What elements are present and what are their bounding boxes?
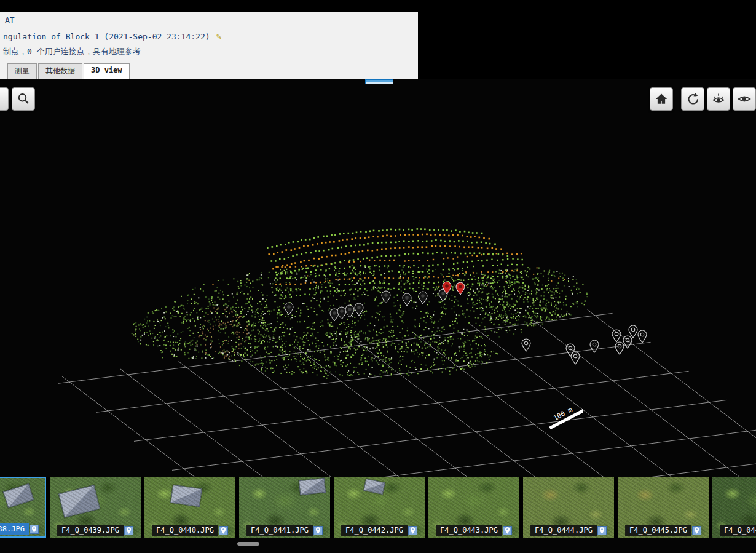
- thumbnail-label-row: F4_Q_0445.JPG: [625, 525, 701, 536]
- window-title: AT: [5, 15, 15, 25]
- map-pin-icon[interactable]: [522, 339, 530, 351]
- map-pin-icon[interactable]: [355, 303, 363, 316]
- filmstrip-item-label: F4_Q_0445.JPG: [625, 525, 691, 536]
- tab-3d-view[interactable]: 3D view: [84, 63, 130, 79]
- map-pin-icon[interactable]: [571, 352, 580, 364]
- filmstrip-item[interactable]: F4_Q_0446.JPG: [712, 477, 756, 538]
- map-pin-icon[interactable]: [403, 293, 411, 306]
- map-pin-icon[interactable]: [623, 336, 632, 348]
- location-pin-glyph: [694, 527, 699, 534]
- orbit-arrow-icon: [685, 91, 701, 107]
- thumbnail-label-row: F4_Q_0443.JPG: [436, 525, 512, 536]
- location-badge-icon: [503, 526, 512, 535]
- map-pin-icon[interactable]: [337, 307, 346, 319]
- building-roof: [3, 483, 34, 508]
- filmstrip-item[interactable]: F4_Q_0443.JPG: [428, 477, 519, 538]
- orbit-view-button[interactable]: [681, 87, 704, 111]
- application-window: AT ngulation of Block_1 (2021-Sep-02 23:…: [0, 0, 756, 553]
- map-pin-icon[interactable]: [590, 340, 599, 352]
- thumbnail-label-row: F4_Q_0438.JPG: [0, 523, 39, 535]
- map-pin-icon[interactable]: [382, 291, 390, 303]
- building-roof: [364, 479, 385, 495]
- thumbnail-label-row: F4_Q_0441.JPG: [246, 525, 323, 536]
- thumbnail-label-row: F4_Q_0444.JPG: [530, 525, 607, 536]
- filmstrip-item-label: F4_Q_0438.JPG: [0, 523, 29, 535]
- viewport-top-slider[interactable]: [365, 79, 393, 84]
- clipped-toolbar-button[interactable]: [0, 87, 9, 111]
- location-pin-glyph: [315, 527, 321, 534]
- filmstrip-item-label: F4_Q_0441.JPG: [246, 525, 313, 536]
- thumbnail-label-row: F4_Q_0440.JPG: [152, 525, 228, 536]
- location-pin-glyph: [31, 525, 37, 533]
- building-roof: [58, 485, 100, 517]
- filmstrip-item-label: F4_Q_0443.JPG: [436, 525, 502, 536]
- bottom-scroll-area: [0, 538, 756, 553]
- map-pin-icon[interactable]: [638, 330, 647, 343]
- filmstrip-item[interactable]: F4_Q_0439.JPG: [50, 477, 141, 538]
- filmstrip-item-label: F4_Q_0440.JPG: [152, 525, 218, 536]
- location-badge-icon: [30, 525, 39, 534]
- filmstrip-item[interactable]: F4_Q_0440.JPG: [144, 477, 235, 538]
- map-pin-icon[interactable]: [615, 342, 624, 354]
- edit-pencil-icon[interactable]: ✎: [216, 31, 221, 41]
- filmstrip-item[interactable]: F4_Q_0438.JPG: [0, 477, 46, 538]
- map-pin-icon[interactable]: [419, 292, 427, 304]
- location-badge-icon: [124, 526, 133, 535]
- header-panel: AT ngulation of Block_1 (2021-Sep-02 23:…: [0, 12, 418, 79]
- filmstrip-item-label: F4_Q_0444.JPG: [530, 525, 597, 536]
- display-options-button[interactable]: [733, 87, 756, 111]
- location-pin-glyph: [126, 527, 132, 534]
- map-pin-icon[interactable]: [629, 325, 637, 338]
- map-pin-icon[interactable]: [345, 305, 354, 317]
- home-view-button[interactable]: [650, 87, 673, 111]
- location-badge-icon: [219, 526, 228, 535]
- ground-grid: [58, 310, 756, 477]
- location-badge-icon: [313, 526, 323, 535]
- thumbnail-label-row: F4_Q_0439.JPG: [57, 525, 133, 536]
- location-pin-glyph: [410, 527, 415, 534]
- tab-measure[interactable]: 测量: [7, 63, 37, 79]
- map-pin-icon[interactable]: [612, 330, 621, 342]
- focus-view-button[interactable]: [707, 87, 730, 111]
- viewport-3d[interactable]: 100 m: [0, 79, 756, 477]
- location-pin-glyph: [221, 527, 226, 534]
- focus-eye-icon: [711, 91, 726, 107]
- filmstrip-item[interactable]: F4_Q_0442.JPG: [334, 477, 425, 538]
- tie-point-rows: [275, 253, 523, 297]
- filmstrip-item[interactable]: F4_Q_0441.JPG: [239, 477, 330, 538]
- tab-bar: 测量 其他数据 3D view: [7, 63, 131, 79]
- filmstrip-item-label: F4_Q_0442.JPG: [341, 525, 408, 536]
- building-roof: [299, 478, 326, 495]
- location-badge-icon: [408, 526, 417, 535]
- home-icon: [653, 91, 669, 107]
- building-roof: [171, 485, 203, 507]
- location-badge-icon: [597, 526, 607, 535]
- thumbnail-label-row: F4_Q_0446.JPG: [720, 525, 756, 536]
- location-pin-glyph: [599, 527, 605, 534]
- project-title-row: ngulation of Block_1 (2021-Sep-02 23:14:…: [3, 31, 221, 41]
- filmstrip-item[interactable]: F4_Q_0444.JPG: [523, 477, 614, 538]
- eye-icon: [736, 91, 752, 107]
- map-pin-icon[interactable]: [456, 282, 465, 295]
- project-title: ngulation of Block_1 (2021-Sep-02 23:14:…: [3, 32, 210, 41]
- filmstrip-item-label: F4_Q_0439.JPG: [57, 525, 124, 536]
- tab-other-data[interactable]: 其他数据: [38, 63, 82, 79]
- scale-indicator: 100 m: [549, 405, 583, 429]
- thumbnail-label-row: F4_Q_0442.JPG: [341, 525, 417, 536]
- filmstrip[interactable]: F4_Q_0438.JPGF4_Q_0439.JPGF4_Q_0440.JPGF…: [0, 477, 756, 538]
- map-pin-icon[interactable]: [285, 303, 293, 315]
- filmstrip-item[interactable]: F4_Q_0445.JPG: [618, 477, 709, 538]
- magnifier-icon: [15, 91, 31, 107]
- horizontal-scrollbar[interactable]: [237, 542, 259, 546]
- zoom-button[interactable]: [12, 87, 35, 111]
- point-cloud-scene: 100 m: [0, 79, 756, 477]
- location-pin-glyph: [505, 527, 510, 534]
- block-info-text: 制点，0 个用户连接点，具有地理参考: [3, 46, 141, 57]
- location-badge-icon: [692, 526, 701, 535]
- filmstrip-item-label: F4_Q_0446.JPG: [720, 525, 756, 536]
